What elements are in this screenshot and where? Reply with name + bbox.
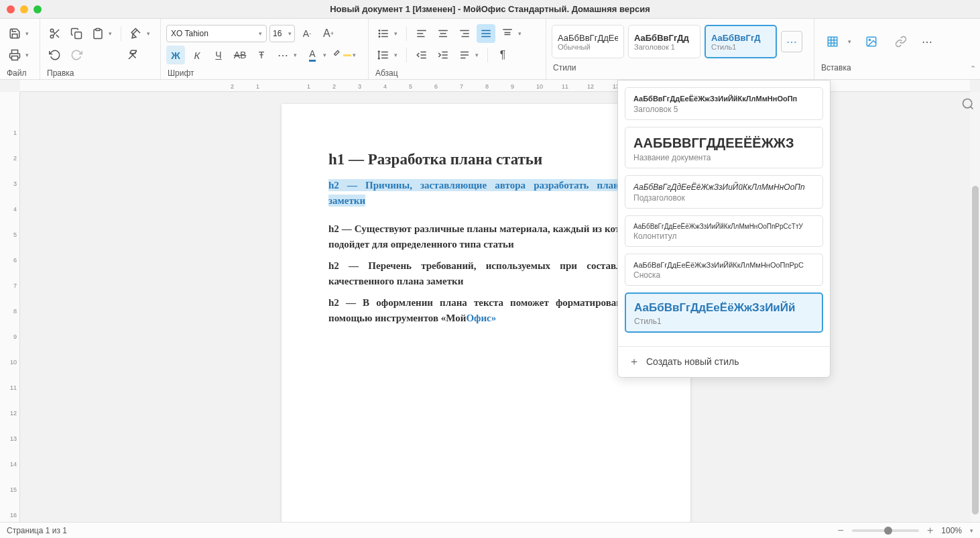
cut-button[interactable] xyxy=(46,24,64,43)
more-styles-button[interactable]: ⋯ xyxy=(781,31,802,52)
close-button[interactable] xyxy=(7,5,15,13)
insert-link-button[interactable] xyxy=(888,32,914,51)
page-indicator: Страница 1 из 1 xyxy=(7,526,67,535)
style-card-heading1[interactable]: АаБбВвГгДд Заголовок 1 xyxy=(628,25,700,58)
scroll-thumb[interactable] xyxy=(972,186,979,515)
svg-point-13 xyxy=(379,36,380,38)
vertical-scrollbar[interactable] xyxy=(970,92,980,522)
align-justify-button[interactable] xyxy=(477,24,495,43)
more-font-button[interactable]: ⋯ xyxy=(273,46,292,64)
style-panel-item-2[interactable]: АаБбВвГгДдЕеЁёЖжЗзИиЙйКкЛлМмНнОоПпПодзаг… xyxy=(625,175,823,209)
align-left-button[interactable] xyxy=(412,24,431,43)
paste-button[interactable] xyxy=(88,24,107,43)
print-dropdown[interactable]: ▾ xyxy=(25,52,32,58)
svg-rect-0 xyxy=(12,56,18,60)
more-insert-button[interactable]: ⋯ xyxy=(918,32,936,51)
svg-rect-41 xyxy=(828,37,837,46)
svg-point-48 xyxy=(963,99,972,108)
create-new-style-button[interactable]: ＋ Создать новый стиль xyxy=(618,346,830,377)
zoom-out-button[interactable]: − xyxy=(838,525,844,537)
svg-line-5 xyxy=(53,32,55,34)
workspace: 2112345678910111213141516 11234567891011… xyxy=(0,80,980,522)
doc-heading-2-highlighted[interactable]: h2 — Причины, заставляющие автора разраб… xyxy=(328,178,644,208)
align-right-button[interactable] xyxy=(455,24,474,43)
zoom-dropdown[interactable]: ▾ xyxy=(970,527,973,534)
pilcrow-button[interactable]: ¶ xyxy=(493,46,512,64)
decrease-font-button[interactable]: A- xyxy=(298,24,316,43)
svg-point-11 xyxy=(379,30,380,32)
svg-rect-6 xyxy=(75,32,82,39)
insert-group-label: Вставка xyxy=(820,63,975,72)
format-painter-dropdown[interactable]: ▾ xyxy=(147,30,154,37)
highlight-color-button[interactable] xyxy=(332,46,351,64)
svg-line-49 xyxy=(971,107,973,109)
format-painter-button[interactable] xyxy=(127,24,145,43)
bullet-list-button[interactable] xyxy=(374,24,393,43)
redo-button[interactable] xyxy=(67,46,86,64)
save-button[interactable] xyxy=(5,24,24,43)
svg-point-47 xyxy=(869,39,870,40)
maximize-button[interactable] xyxy=(34,5,42,13)
search-icon[interactable] xyxy=(959,95,977,113)
style-card-style1[interactable]: АаБбВвГгД Стиль1 xyxy=(705,25,777,58)
paragraph-settings-button[interactable] xyxy=(455,46,474,64)
bold-button[interactable]: Ж xyxy=(166,46,185,64)
paste-dropdown[interactable]: ▾ xyxy=(109,30,115,37)
print-button[interactable] xyxy=(5,46,24,64)
edit-group-label: Правка xyxy=(46,68,155,78)
font-group-label: Шрифт xyxy=(166,68,363,78)
titlebar: Новый документ 1 [Изменен] - МойОфис Ста… xyxy=(0,0,980,19)
toolbar: ▾ ▾ Файл ▾ ▾ xyxy=(0,19,980,80)
font-color-button[interactable]: А xyxy=(303,46,322,64)
align-center-button[interactable] xyxy=(434,24,452,43)
window-title: Новый документ 1 [Изменен] - МойОфис Ста… xyxy=(330,4,650,14)
svg-point-12 xyxy=(379,33,380,34)
zoom-slider[interactable] xyxy=(852,529,919,532)
strikethrough-button[interactable]: АВ xyxy=(231,46,249,64)
style-panel-item-1[interactable]: ААББВВГГДДЕЕЁЁЖЖЗНазвание документа xyxy=(625,127,823,168)
svg-line-4 xyxy=(56,35,59,38)
vertical-ruler[interactable]: 112345678910111213141516171819 xyxy=(0,92,20,522)
style-panel-item-0[interactable]: АаБбВвГгДдЕеЁёЖжЗзИиЙйКкЛлМмНнОоПпЗаголо… xyxy=(625,87,823,120)
doc-heading-1[interactable]: h1 — Разработка плана статьи xyxy=(328,151,644,168)
increase-indent-button[interactable] xyxy=(434,46,452,64)
doc-heading-2d[interactable]: h2 — В оформлении плана текста поможет ф… xyxy=(328,295,644,325)
font-size-select[interactable]: 16▾ xyxy=(269,25,295,42)
zoom-level[interactable]: 100% xyxy=(941,526,962,535)
decrease-indent-button[interactable] xyxy=(412,46,431,64)
vertical-align-button[interactable] xyxy=(498,24,517,43)
clear-format-button[interactable] xyxy=(123,46,142,64)
doc-heading-2b[interactable]: h2 — Существуют различные планы материал… xyxy=(328,221,644,252)
underline-button[interactable]: Ч xyxy=(209,46,228,64)
style-panel-item-4[interactable]: АаБбВвГгДдЕеЁёЖжЗзИиЙйКкЛлМмНнОоПпРрССно… xyxy=(625,254,823,286)
file-group-label: Файл xyxy=(5,68,34,78)
doc-heading-2c[interactable]: h2 — Перечень требований, используемых п… xyxy=(328,258,644,288)
font-name-select[interactable]: XO Tahion▾ xyxy=(166,25,267,42)
svg-point-2 xyxy=(50,35,54,38)
svg-rect-7 xyxy=(96,29,100,31)
copy-button[interactable] xyxy=(67,24,86,43)
styles-dropdown-panel: АаБбВвГгДдЕеЁёЖжЗзИиЙйКкЛлМмНнОоПпЗаголо… xyxy=(617,80,831,378)
minimize-button[interactable] xyxy=(20,5,28,13)
statusbar: Страница 1 из 1 − + 100% ▾ xyxy=(0,522,980,538)
italic-button[interactable]: К xyxy=(188,46,206,64)
zoom-in-button[interactable]: + xyxy=(927,525,933,537)
style-panel-item-5[interactable]: АаБбВвГгДдЕеЁёЖжЗзИиЙйСтиль1 xyxy=(625,292,823,333)
save-dropdown[interactable]: ▾ xyxy=(25,30,32,37)
insert-image-button[interactable] xyxy=(859,32,884,51)
undo-button[interactable] xyxy=(46,46,64,64)
increase-font-button[interactable]: A+ xyxy=(319,24,338,43)
cross-out-button[interactable]: Ŧ xyxy=(252,46,271,64)
insert-table-button[interactable] xyxy=(820,32,845,51)
paragraph-group-label: Абзац xyxy=(374,68,540,78)
style-panel-item-3[interactable]: АаБбВвГгДдЕеЁёЖжЗзИиЙйКкЛлМмНнОоПпРрСсТт… xyxy=(625,215,823,247)
line-spacing-button[interactable] xyxy=(374,46,393,64)
style-card-normal[interactable]: АаБбВвГгДдЕе Обычный xyxy=(552,25,624,58)
styles-group-label: Стили xyxy=(552,63,808,72)
svg-point-1 xyxy=(50,29,54,32)
collapse-ribbon-button[interactable]: ⌃ xyxy=(970,64,976,73)
plus-icon: ＋ xyxy=(629,355,639,369)
